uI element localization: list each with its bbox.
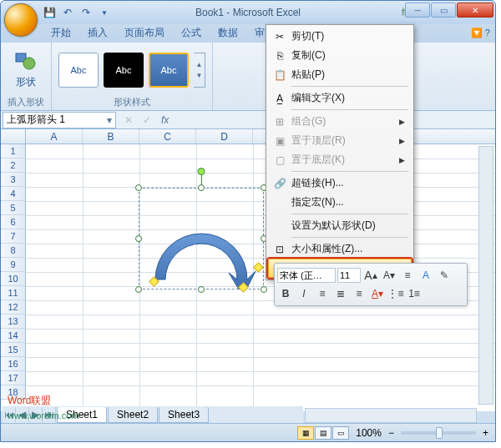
redo-icon[interactable]: ↷ <box>79 6 93 19</box>
highlight-icon[interactable]: ✎ <box>436 267 453 284</box>
qat-dropdown-icon[interactable]: ▼ <box>98 6 111 19</box>
sheet-tab-2[interactable]: Sheet2 <box>108 407 158 423</box>
resize-handle[interactable] <box>135 235 142 242</box>
align-center-icon[interactable]: ≣ <box>332 285 349 302</box>
tab-home[interactable]: 开始 <box>43 23 79 43</box>
view-normal-icon[interactable]: ▦ <box>297 426 314 440</box>
row-header[interactable]: 11 <box>1 286 26 300</box>
row-header[interactable]: 9 <box>1 258 26 272</box>
row-header[interactable]: 17 <box>1 371 26 385</box>
menu-assign-macro[interactable]: 指定宏(N)... <box>268 193 412 212</box>
row-header[interactable]: 7 <box>1 229 26 244</box>
row-header[interactable]: 6 <box>1 215 26 229</box>
resize-handle[interactable] <box>198 286 205 293</box>
tab-data[interactable]: 数据 <box>210 23 246 43</box>
row-header[interactable]: 12 <box>1 300 26 315</box>
ribbon-help-icon[interactable]: 🔽 ? <box>471 28 490 38</box>
size-icon: ⊡ <box>273 243 286 256</box>
selected-shape-arc-arrow[interactable] <box>139 188 264 289</box>
chevron-right-icon: ▶ <box>399 118 405 126</box>
zoom-level[interactable]: 100% <box>356 427 382 439</box>
confirm-formula-icon[interactable]: ✓ <box>143 114 151 126</box>
resize-handle[interactable] <box>261 286 267 293</box>
row-header[interactable]: 4 <box>1 187 26 201</box>
shape-style-3-selected[interactable]: Abc <box>149 53 189 88</box>
bullets-icon[interactable]: ⋮≡ <box>387 285 404 302</box>
menu-size-properties[interactable]: ⊡大小和属性(Z)... <box>268 239 412 259</box>
chevron-right-icon: ▶ <box>399 156 405 164</box>
row-header[interactable]: 3 <box>1 173 26 187</box>
col-header[interactable]: C <box>139 129 196 143</box>
chevron-down-icon[interactable]: ▾ <box>107 114 112 126</box>
shrink-font-icon[interactable]: A▾ <box>381 267 397 284</box>
zoom-in-icon[interactable]: + <box>483 427 488 439</box>
row-header[interactable]: 2 <box>1 159 26 173</box>
row-header[interactable]: 13 <box>1 315 26 329</box>
grow-font-icon[interactable]: A▴ <box>362 267 379 284</box>
menu-bring-front[interactable]: ▣置于顶层(R)▶ <box>268 131 412 150</box>
minimize-button[interactable]: ─ <box>405 3 430 18</box>
cancel-formula-icon[interactable]: ✕ <box>124 114 133 126</box>
align-right-icon[interactable]: ≡ <box>351 285 367 302</box>
row-header[interactable]: 1 <box>1 144 26 159</box>
row-header[interactable]: 15 <box>1 343 26 357</box>
menu-cut[interactable]: ✂剪切(T) <box>268 27 412 46</box>
zoom-out-icon[interactable]: − <box>388 427 394 439</box>
shape-style-1[interactable]: Abc <box>58 53 99 88</box>
resize-handle[interactable] <box>135 286 142 293</box>
tab-page-layout[interactable]: 页面布局 <box>116 23 173 43</box>
menu-edit-text[interactable]: A̲编辑文字(X) <box>268 88 412 108</box>
insert-shape-button[interactable]: 形状 <box>8 47 44 93</box>
office-button[interactable] <box>4 3 38 37</box>
menu-copy[interactable]: ⎘复制(C) <box>268 46 412 65</box>
align-left-icon[interactable]: ≡ <box>314 285 331 302</box>
col-header[interactable]: D <box>196 129 253 143</box>
row-header[interactable]: 16 <box>1 357 26 371</box>
select-all-corner[interactable] <box>1 129 26 143</box>
zoom-slider[interactable] <box>401 431 476 435</box>
close-button[interactable]: ✕ <box>457 3 493 18</box>
chevron-right-icon: ▶ <box>399 137 405 145</box>
undo-icon[interactable]: ↶ <box>61 6 74 19</box>
maximize-button[interactable]: ▭ <box>431 3 456 18</box>
font-color-button[interactable]: A▾ <box>369 285 386 302</box>
row-header[interactable]: 5 <box>1 201 26 215</box>
shape-style-more[interactable]: ▲▼ <box>194 53 205 88</box>
menu-hyperlink[interactable]: 🔗超链接(H)... <box>268 174 412 193</box>
name-box[interactable]: 上弧形箭头 1 ▾ <box>3 112 116 128</box>
view-break-icon[interactable]: ▭ <box>332 426 349 440</box>
numbering-icon[interactable]: 1≡ <box>406 285 423 302</box>
horizontal-scrollbar[interactable] <box>305 408 477 423</box>
bold-button[interactable]: B <box>277 285 294 302</box>
italic-button[interactable]: I <box>296 285 312 302</box>
status-bar: ▦ ▤ ▭ 100% − + <box>1 423 495 441</box>
row-header[interactable]: 14 <box>1 329 26 343</box>
shape-style-2[interactable]: Abc <box>104 53 144 88</box>
menu-send-back[interactable]: ▢置于底层(K)▶ <box>268 150 412 169</box>
row-header[interactable]: 8 <box>1 244 26 258</box>
shape-button-label: 形状 <box>16 75 36 89</box>
menu-paste[interactable]: 📋粘贴(P) <box>268 65 412 84</box>
text-effects-icon[interactable]: A <box>418 267 434 284</box>
mini-toolbar: A▴ A▾ ≡ A ✎ B I ≡ ≣ ≡ A▾ ⋮≡ 1≡ <box>274 263 468 306</box>
font-selector[interactable] <box>277 268 336 283</box>
col-header[interactable]: B <box>83 129 139 143</box>
fx-icon[interactable]: fx <box>161 114 169 126</box>
tab-insert[interactable]: 插入 <box>79 23 116 43</box>
col-header[interactable]: A <box>26 129 83 143</box>
tab-formulas[interactable]: 公式 <box>173 23 210 43</box>
menu-default-shape[interactable]: 设置为默认形状(D) <box>268 216 412 235</box>
font-size-selector[interactable] <box>337 268 361 283</box>
row-header[interactable]: 10 <box>1 272 26 286</box>
resize-handle[interactable] <box>135 184 142 191</box>
sheet-tab-3[interactable]: Sheet3 <box>159 407 209 423</box>
resize-handle[interactable] <box>198 184 205 191</box>
menu-group[interactable]: ⊞组合(G)▶ <box>268 112 412 131</box>
view-layout-icon[interactable]: ▤ <box>315 426 331 440</box>
save-icon[interactable]: 💾 <box>43 6 56 19</box>
align-button[interactable]: ≡ <box>399 267 416 284</box>
rotation-handle[interactable] <box>198 168 205 175</box>
vertical-scrollbar[interactable] <box>478 146 493 405</box>
copy-icon: ⎘ <box>273 49 286 63</box>
svg-point-1 <box>23 58 35 69</box>
